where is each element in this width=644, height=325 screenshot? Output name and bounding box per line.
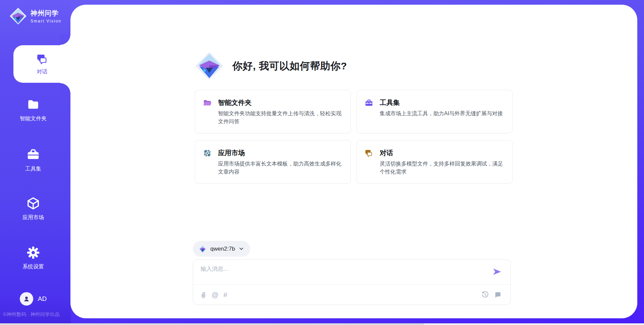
sidebar-item-label: 应用市场 xyxy=(22,214,44,221)
assistant-gem-icon xyxy=(195,52,224,80)
history-button[interactable] xyxy=(481,291,489,299)
send-button[interactable] xyxy=(492,267,502,276)
attach-file-button[interactable] xyxy=(200,291,207,299)
active-tab-bottom-fillet xyxy=(60,83,71,93)
model-gem-icon xyxy=(199,245,207,253)
briefcase-icon xyxy=(365,99,373,107)
chat-bubbles-icon xyxy=(36,53,48,65)
feature-cards: 智能文件夹 智能文件夹功能支持批量文件上传与清洗，轻松实现文件问答 工具集 集成… xyxy=(195,90,513,184)
pixel-cube-icon xyxy=(203,149,212,157)
brand[interactable]: 神州问学 Smart Vision xyxy=(9,7,61,25)
at-icon: @ xyxy=(212,291,218,298)
user-initials: AD xyxy=(38,295,47,303)
hash-icon: # xyxy=(223,291,227,298)
card-description: 灵活切换多模型文件，支持多样回复效果调试，满足个性化需求 xyxy=(380,160,504,176)
card-description: 智能文件夹功能支持批量文件上传与清洗，轻松实现文件问答 xyxy=(218,110,342,126)
card-app-market[interactable]: 应用市场 应用市场提供丰富长文本模板，助力高效生成多样化文章内容 xyxy=(195,140,351,184)
chat-bubbles-icon xyxy=(365,149,373,157)
paperclip-icon xyxy=(200,291,207,299)
main-panel: 你好, 我可以如何帮助你? 智能文件夹 智能文件夹功能支持批量文件上传与清洗，轻… xyxy=(70,5,637,318)
message-input-box: @ # xyxy=(193,259,511,305)
card-chat[interactable]: 对话 灵活切换多模型文件，支持多样回复效果调试，满足个性化需求 xyxy=(357,140,513,184)
composer: qwen2:7b @ xyxy=(193,241,511,305)
comment-icon xyxy=(494,291,501,298)
model-name: qwen2:7b xyxy=(210,246,235,252)
sidebar-item-label: 工具集 xyxy=(25,166,41,173)
sidebar-item-tools[interactable]: 工具集 xyxy=(0,148,66,173)
brand-text: 神州问学 Smart Vision xyxy=(31,9,61,23)
brand-tagline: Smart Vision xyxy=(31,19,61,23)
card-title: 应用市场 xyxy=(218,148,245,157)
sidebar-item-apps[interactable]: 应用市场 xyxy=(0,196,66,221)
message-input[interactable] xyxy=(201,265,476,282)
model-selector[interactable]: qwen2:7b xyxy=(193,241,250,257)
card-smart-folder[interactable]: 智能文件夹 智能文件夹功能支持批量文件上传与清洗，轻松实现文件问答 xyxy=(195,90,351,133)
sidebar: 神州问学 Smart Vision 对话 智能文件夹 工具集 应用市场 xyxy=(0,0,71,325)
sidebar-item-folders[interactable]: 智能文件夹 xyxy=(0,97,66,122)
user-account[interactable]: AD xyxy=(0,292,66,306)
person-icon xyxy=(23,295,30,303)
topic-button[interactable]: # xyxy=(223,291,227,298)
composer-toolbar: @ # xyxy=(193,284,511,305)
sidebar-item-label: 系统设置 xyxy=(22,263,44,270)
card-description: 应用市场提供丰富长文本模板，助力高效生成多样化文章内容 xyxy=(218,160,342,176)
folder-icon xyxy=(26,97,40,112)
sidebar-item-chat[interactable]: 对话 xyxy=(13,45,71,83)
greeting-title: 你好, 我可以如何帮助你? xyxy=(232,59,347,73)
chevron-down-icon xyxy=(239,246,244,251)
card-title: 工具集 xyxy=(380,98,400,107)
gear-icon xyxy=(26,246,40,260)
sidebar-item-label: 智能文件夹 xyxy=(20,115,47,122)
mention-button[interactable]: @ xyxy=(212,291,218,298)
active-tab-top-fillet xyxy=(60,35,71,45)
card-title: 对话 xyxy=(380,148,393,157)
sidebar-item-settings[interactable]: 系统设置 xyxy=(0,246,66,270)
card-description: 集成市场上主流工具，助力AI与外界无缝扩展与对接 xyxy=(380,110,504,118)
sidebar-item-label: 对话 xyxy=(37,68,48,75)
greeting: 你好, 我可以如何帮助你? xyxy=(195,5,513,80)
avatar xyxy=(20,292,33,306)
new-chat-button[interactable] xyxy=(494,291,501,298)
brand-name: 神州问学 xyxy=(31,9,61,18)
open-folder-icon xyxy=(203,99,212,107)
send-icon xyxy=(492,267,502,276)
card-toolset[interactable]: 工具集 集成市场上主流工具，助力AI与外界无缝扩展与对接 xyxy=(357,90,513,133)
briefcase-icon xyxy=(26,148,40,162)
horizontal-scrollbar[interactable] xyxy=(0,323,644,325)
copyright-text: ©神州数码 · 神州问学出品 xyxy=(3,311,70,318)
cube-icon xyxy=(26,196,40,210)
brand-logo-gem-icon xyxy=(9,7,27,25)
history-icon xyxy=(481,291,489,299)
scrollbar-thumb[interactable] xyxy=(0,323,424,325)
card-title: 智能文件夹 xyxy=(218,98,252,107)
